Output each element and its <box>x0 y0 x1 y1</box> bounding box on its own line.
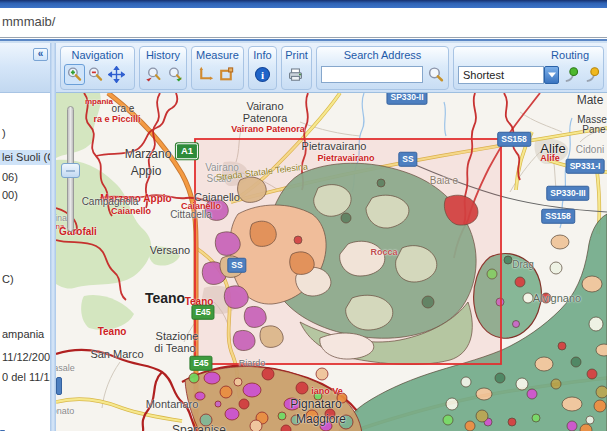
history-label: History <box>140 47 186 61</box>
map-label: mpania <box>85 97 113 106</box>
search-group: Search Address <box>316 46 449 90</box>
zoom-in-button[interactable] <box>64 64 85 85</box>
map-label: iano Ve <box>311 386 343 396</box>
measure-distance-icon <box>197 66 214 83</box>
navigation-label: Navigation <box>61 47 134 61</box>
map-label: Caianello <box>111 206 151 216</box>
printer-icon <box>287 66 304 83</box>
map-label: Marzano <box>125 147 172 161</box>
map-label: Stazione <box>156 330 199 342</box>
search-address-input[interactable] <box>321 66 423 83</box>
layer-item[interactable]: 00) <box>0 188 50 203</box>
road-badge: SS <box>227 258 246 273</box>
search-icon <box>427 66 444 83</box>
search-go-button[interactable] <box>425 64 446 85</box>
route-start-button[interactable] <box>561 64 582 85</box>
map-label: Teano <box>98 326 127 337</box>
window-titlebar <box>0 0 607 8</box>
road-badge: E45 <box>189 356 212 371</box>
map-label: Drag <box>512 259 534 270</box>
map-label: Cittadella <box>170 209 212 220</box>
measure-label: Measure <box>192 47 243 61</box>
print-group: Print <box>281 46 312 90</box>
routing-label: Routing <box>454 47 603 61</box>
pan-button[interactable] <box>106 64 127 85</box>
map-label: Campagnola <box>82 196 139 207</box>
map-label: Pietravairano <box>317 153 374 163</box>
road-badge: SP330-III <box>546 186 589 201</box>
pan-arrows-icon <box>108 66 125 83</box>
chevron-down-icon <box>547 71 557 79</box>
road-badge: A1 <box>176 143 198 159</box>
main-toolbar: Navigation History <box>56 43 607 93</box>
sidebar-collapse-button[interactable]: « <box>33 48 48 61</box>
layer-tree-panel[interactable]: )lei Suoli (C06)00)C)ampania11/12/2000 d… <box>0 93 50 431</box>
sidebar-header: « <box>0 43 50 93</box>
map-label: Montanaro <box>146 398 199 410</box>
map-label: Baia e <box>430 175 458 186</box>
route-end-button[interactable] <box>582 64 603 85</box>
map-canvas[interactable]: VairanoPatenoraVairano PatenoraPietravai… <box>56 93 607 431</box>
road-badge: SS158 <box>541 209 575 224</box>
map-label: Alvignano <box>533 292 581 304</box>
map-label: Cidoni <box>576 144 604 155</box>
road-badge: E45 <box>191 305 214 320</box>
browser-address-bar[interactable]: mmmaib/ <box>0 8 607 38</box>
history-forward-icon <box>166 66 183 83</box>
app-window: mmmaib/ « )lei Suoli (C06)00)C)ampania11… <box>0 0 607 431</box>
zoom-slider-handle[interactable] <box>61 163 80 178</box>
layer-item[interactable]: lei Suoli (C <box>0 150 50 165</box>
map-label: ra e Piccilli <box>93 114 140 124</box>
url-text[interactable]: mmmaib/ <box>2 14 55 29</box>
map-label: Sparanise <box>172 423 226 431</box>
magnifier-minus-icon <box>87 66 104 83</box>
road-badge: SS <box>398 152 417 167</box>
measure-area-icon <box>218 66 235 83</box>
route-start-pin-icon <box>563 66 581 84</box>
history-back-icon <box>145 66 162 83</box>
map-label: ora e <box>112 103 135 114</box>
layer-item[interactable]: 06) <box>0 170 50 185</box>
svg-text:i: i <box>261 69 264 81</box>
print-button[interactable] <box>285 64 306 85</box>
route-end-pin-icon <box>584 66 602 84</box>
map-label: Alife <box>540 153 560 163</box>
map-label: Maggiore <box>296 412 346 426</box>
map-label: Pignataro <box>290 397 341 411</box>
map-label: San Marco <box>90 348 143 360</box>
map-label: onato <box>56 406 74 416</box>
map-label: Patenora <box>243 112 288 124</box>
layer-item[interactable]: C) <box>0 272 50 287</box>
map-label: Riardo <box>239 358 266 368</box>
history-group: History <box>139 46 187 90</box>
info-label: Info <box>249 47 276 61</box>
map-label: Rocca <box>370 247 397 257</box>
print-label: Print <box>282 47 311 61</box>
layer-item[interactable]: 11/12/200 <box>0 350 50 365</box>
measure-group: Measure <box>191 46 244 90</box>
identify-button[interactable]: i <box>252 64 273 85</box>
measure-distance-button[interactable] <box>195 64 216 85</box>
map-label: Versano <box>150 244 190 256</box>
routing-group: Routing Shortest <box>453 46 604 90</box>
next-extent-button[interactable] <box>164 64 185 85</box>
zoom-out-button[interactable] <box>85 64 106 85</box>
info-icon: i <box>254 66 271 83</box>
routing-select-arrow[interactable] <box>544 66 559 84</box>
layer-item[interactable]: ampania <box>0 327 50 342</box>
map-label: Vairano <box>246 100 283 112</box>
map-label: asale <box>56 363 75 373</box>
layer-item[interactable]: 0 del 11/12 <box>0 370 50 385</box>
info-group: Info i <box>248 46 277 90</box>
routing-mode-select[interactable]: Shortest <box>458 66 544 84</box>
measure-area-button[interactable] <box>216 64 237 85</box>
road-badge <box>56 377 62 395</box>
layer-item[interactable]: ) <box>0 126 50 141</box>
map-label: di Teano <box>154 342 195 354</box>
map-label: Pietravairano <box>302 140 367 152</box>
map-label: Teano <box>145 290 185 306</box>
road-badge: SS158 <box>497 132 531 147</box>
road-badge: SP330-II <box>386 93 427 104</box>
map-label: Appio <box>131 164 162 178</box>
previous-extent-button[interactable] <box>143 64 164 85</box>
